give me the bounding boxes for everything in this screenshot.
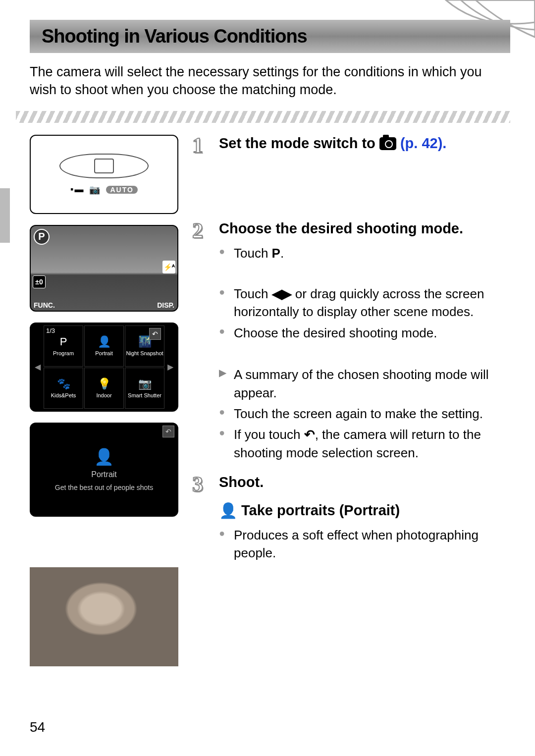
disp-label: DISP. (157, 301, 174, 309)
return-icon: ↶ (162, 426, 174, 437)
page-reference: (p. 42). (400, 135, 446, 151)
section-header: Shooting in Various Conditions (30, 20, 510, 53)
portrait-summary-screenshot: ↶ 👤 Portrait Get the best out of people … (30, 423, 178, 517)
step-1-title: Set the mode switch to (p. 42). (219, 135, 510, 152)
grid-right-arrow-icon: ▶ (165, 325, 175, 409)
grid-left-arrow-icon: ◀ (33, 325, 43, 409)
step-2-bullet-6: If you touch ↶, the camera will return t… (219, 426, 510, 462)
intro-paragraph: The camera will select the necessary set… (30, 63, 510, 99)
grid-cell-program: 1/3 P Program (44, 325, 83, 367)
grid-cell-portrait: 👤 Portrait (84, 325, 124, 367)
camera-mode-icon (379, 137, 396, 150)
step-2-bullet-5: Touch the screen again to make the setti… (219, 405, 510, 423)
section-title: Shooting in Various Conditions (42, 26, 498, 47)
step-2-bullet-4: A summary of the chosen shooting mode wi… (219, 366, 510, 402)
grid-page-indicator: 1/3 (46, 327, 55, 334)
instructions-column: 1 Set the mode switch to (p. 42). 2 Choo… (192, 135, 510, 666)
step-2-bullet-1: Touch P. (219, 244, 510, 262)
grid-cell-smart: 📷 Smart Shutter (125, 368, 164, 409)
step-1: 1 Set the mode switch to (p. 42). (192, 135, 510, 157)
page-number: 54 (30, 719, 45, 735)
grid-cell-indoor: 💡 Indoor (84, 368, 124, 409)
portrait-icon: 👤 (94, 447, 114, 466)
p-icon: P (272, 246, 280, 261)
live-view-screenshot: P ⚡ᴬ ±0 FUNC. DISP. (30, 225, 178, 312)
grid-cell-kids: 🐾 Kids&Pets (44, 368, 83, 409)
side-tab (0, 188, 10, 243)
portrait-subheading: 👤 Take portraits (Portrait) (219, 502, 510, 519)
func-label: FUNC. (34, 301, 55, 309)
step-2-title: Choose the desired shooting mode. (219, 220, 510, 237)
step-3-title: Shoot. (219, 474, 510, 491)
portrait-bullet: Produces a soft effect when photographin… (219, 526, 510, 562)
step-2-bullet-3: Choose the desired shooting mode. (219, 324, 510, 342)
return-icon: ↶ (149, 328, 161, 340)
movie-icon: ▪▬ (70, 184, 84, 195)
step-number: 3 (192, 474, 212, 495)
camera-icon: 📷 (89, 184, 101, 195)
ev-label: ±0 (33, 275, 46, 288)
portrait-mode-icon: 👤 (219, 502, 237, 519)
portrait-title: Portrait (91, 470, 117, 479)
return-glyph-icon: ↶ (304, 427, 315, 442)
step-2: 2 Choose the desired shooting mode. Touc… (192, 220, 510, 465)
sample-portrait-photo (30, 567, 178, 666)
mode-grid-screenshot: ◀ 1/3 P Program 👤 Portrait ↶ 🌃 Night Sna… (30, 323, 178, 412)
divider (16, 111, 510, 123)
portrait-desc: Get the best out of people shots (55, 483, 153, 492)
flash-icon: ⚡ᴬ (162, 261, 175, 273)
auto-badge: AUTO (106, 186, 137, 194)
step-2-bullet-2: Touch ◀▶ or drag quickly across the scre… (219, 285, 510, 321)
grid-cell-night: ↶ 🌃 Night Snapshot (125, 325, 164, 367)
illustration-column: ▪▬ 📷 AUTO P ⚡ᴬ ±0 FUNC. DISP. ◀ 1/3 P Pr… (30, 135, 178, 666)
mode-dial-illustration: ▪▬ 📷 AUTO (30, 135, 178, 214)
step-3: 3 Shoot. 👤 Take portraits (Portrait) Pro… (192, 474, 510, 565)
p-mode-badge: P (34, 229, 50, 245)
step-number: 2 (192, 220, 212, 242)
step-number: 1 (192, 135, 212, 157)
left-right-arrow-icon: ◀▶ (272, 285, 292, 303)
